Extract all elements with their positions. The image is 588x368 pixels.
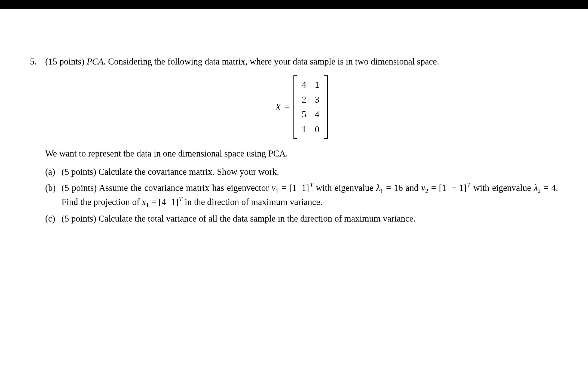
lambda1-symbol: λ [376, 183, 380, 193]
left-square-bracket-icon [293, 75, 297, 139]
subpart-a-points: (5 points) [62, 167, 96, 177]
transpose-3: T [179, 195, 182, 203]
subpart-b-tail: in the direction of maximum variance. [182, 197, 322, 207]
vec2-b: − 1 [451, 183, 464, 193]
subpart-b: (b) (5 points) Assume the covariance mat… [45, 181, 558, 210]
top-bar [0, 0, 588, 9]
vec3-close: ] [175, 197, 178, 207]
eq2-text: = 16 and [383, 183, 421, 193]
subpart-c: (c) (5 points) Calculate the total varia… [45, 212, 558, 225]
equals-sign: = [285, 100, 290, 114]
vec2-a: 1 [442, 183, 446, 193]
vec1-a: 1 [292, 183, 297, 193]
vec2-open: [ [439, 183, 442, 193]
subpart-a-content: (5 points) Calculate the covariance matr… [62, 165, 558, 179]
transpose-2: T [467, 181, 471, 188]
subpart-c-points: (5 points) [62, 214, 96, 223]
subpart-b-pre: Assume the covariance matrix has eigenve… [97, 183, 271, 193]
transpose-1: T [310, 181, 313, 188]
problem-number: 5. [30, 55, 45, 225]
matrix-bracket: 4 1 2 3 5 4 1 0 [293, 75, 328, 139]
problem-heading-row: 5. (15 points) PCA. Considering the foll… [30, 55, 558, 225]
subpart-c-label: (c) [45, 212, 62, 225]
eq5-text: = [149, 197, 158, 207]
document-page: 5. (15 points) PCA. Considering the foll… [0, 9, 588, 368]
vec1-close: ] [306, 183, 309, 193]
v1-symbol: v [271, 183, 275, 193]
problem-content: (15 points) PCA. Considering the followi… [45, 55, 558, 225]
subpart-b-content: (5 points) Assume the covariance matrix … [62, 181, 558, 210]
vec1-open: [ [289, 183, 292, 193]
problem-intro: (15 points) PCA. Considering the followi… [45, 55, 558, 68]
x1-subscript: 1 [146, 201, 149, 208]
subpart-a: (a) (5 points) Calculate the covariance … [45, 165, 558, 179]
subpart-c-content: (5 points) Calculate the total variance … [62, 212, 558, 225]
matrix-cell: 1 [315, 78, 320, 91]
v1-subscript: 1 [275, 187, 279, 194]
problem-points: (15 points) [45, 57, 84, 66]
matrix-cell: 3 [315, 93, 320, 106]
matrix-cell: 4 [315, 108, 320, 121]
subpart-b-points: (5 points) [62, 183, 97, 193]
v2-subscript: 2 [425, 187, 428, 194]
matrix-cell: 2 [302, 93, 307, 106]
lambda2-symbol: λ [534, 183, 538, 193]
vec3-b: 1 [171, 197, 176, 207]
matrix-equation: X = 4 1 2 3 5 4 1 [45, 75, 558, 139]
subpart-a-text: Calculate the covariance matrix. Show yo… [96, 167, 279, 177]
right-square-bracket-icon [324, 75, 328, 139]
with-eigenvalue-1: with eigenvalue [313, 183, 376, 193]
subpart-a-label: (a) [45, 165, 62, 179]
matrix-cell: 1 [302, 123, 307, 136]
vec3-a: 4 [161, 197, 166, 207]
matrix-variable: X [275, 100, 281, 114]
problem-line-2: We want to represent the data in one dim… [45, 147, 558, 160]
matrix-cell: 5 [302, 108, 307, 121]
eq-text: = [279, 183, 289, 193]
subpart-c-text: Calculate the total variance of all the … [96, 214, 415, 223]
with-eigenvalue-2: with eigenvalue [471, 183, 534, 193]
vec1-b: 1 [302, 183, 306, 193]
vec3-open: [ [158, 197, 161, 207]
lambda1-subscript: 1 [380, 187, 383, 194]
vec2-close: ] [464, 183, 467, 193]
matrix-body: 4 1 2 3 5 4 1 0 [301, 75, 320, 139]
matrix-cell: 0 [315, 123, 320, 136]
subpart-b-label: (b) [45, 181, 62, 210]
problem-title: PCA. [87, 57, 106, 66]
lambda2-subscript: 2 [538, 187, 541, 194]
problem-5: 5. (15 points) PCA. Considering the foll… [30, 55, 558, 225]
matrix-cell: 4 [302, 78, 307, 91]
v2-symbol: v [421, 183, 425, 193]
x1-symbol: x [142, 197, 146, 207]
problem-intro-text: Considering the following data matrix, w… [106, 57, 439, 66]
eq3-text: = [428, 183, 439, 193]
